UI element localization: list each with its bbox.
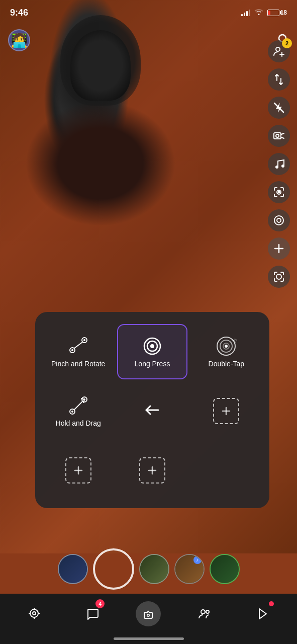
music-button[interactable] [268,153,290,175]
svg-point-52 [201,610,205,614]
svg-point-35 [71,411,73,413]
shutter-button[interactable] [93,548,134,590]
svg-point-24 [83,339,85,341]
dashed-box-3 [139,457,165,484]
svg-point-16 [277,218,281,222]
svg-point-31 [225,345,228,348]
dashed-box-1-item[interactable] [191,383,261,439]
pinch-rotate-label: Pinch and Rotate [51,359,105,368]
wifi-icon [254,8,263,17]
hold-drag-label: Hold and Drag [56,419,101,428]
battery-icon [267,10,279,16]
nav-friends[interactable] [189,601,220,626]
story-thumb-3[interactable]: ♪ [174,554,205,584]
status-time: 9:46 [10,8,28,18]
dual-camera-button[interactable] [268,125,290,147]
signal-bar-3 [246,11,248,16]
svg-line-34 [74,401,82,410]
svg-point-23 [71,349,73,351]
svg-point-8 [276,134,279,137]
top-bar: 🧑‍💻 [0,25,297,55]
avatar-emoji: 🧑‍💻 [11,32,28,49]
stories-dot [269,601,274,606]
svg-point-44 [30,609,38,617]
svg-line-10 [281,137,284,138]
long-press-item[interactable]: Long Press [117,324,187,379]
gesture-popup-menu: Pinch and Rotate Long Press D [35,312,269,508]
status-bar: 9:46 18 [0,0,297,25]
face-scan-button[interactable] [268,181,290,203]
add-friend-badge: 2 [282,38,292,48]
chat-badge: 4 [95,599,105,608]
signal-bar-1 [241,14,243,16]
nav-stories[interactable] [248,601,278,626]
svg-point-14 [278,192,280,193]
flip-camera-button[interactable] [268,68,290,91]
dashed-box-2-item[interactable] [43,443,113,498]
story-thumb-4[interactable] [210,554,240,584]
double-tap-label: Double-Tap [209,359,245,368]
dashed-box-2 [65,457,91,484]
nav-camera[interactable] [136,601,161,626]
svg-marker-54 [259,609,266,619]
svg-line-22 [74,342,82,348]
status-icons: 18 [241,8,287,17]
signal-bars [241,9,250,16]
avatar[interactable]: 🧑‍💻 [8,29,30,51]
scan-button[interactable] [268,266,290,288]
svg-rect-7 [274,133,281,139]
battery-fill [268,11,270,15]
svg-point-51 [148,615,149,616]
right-toolbar: 2 [268,40,290,288]
hold-drag-item[interactable]: Hold and Drag [43,383,113,439]
story-thumb-2[interactable] [139,554,169,584]
svg-point-2 [276,47,280,51]
arrow-back-item[interactable] [117,383,187,439]
nav-map[interactable] [19,601,49,626]
svg-point-11 [275,166,278,169]
add-friend-button[interactable]: 2 [268,40,290,62]
svg-point-12 [281,165,284,168]
bottom-stories-row: ♪ [0,548,297,590]
svg-point-27 [150,344,154,348]
signal-bar-2 [244,13,245,16]
home-indicator [114,637,184,640]
battery-level: 18 [280,9,287,16]
pinch-rotate-item[interactable]: Pinch and Rotate [43,324,113,379]
dashed-box-1 [213,398,239,424]
svg-point-45 [33,612,36,615]
svg-point-15 [274,216,283,225]
battery-container: 18 [267,9,287,16]
dashed-box-3-item[interactable] [117,443,187,498]
double-tap-item[interactable]: Double-Tap [191,324,261,379]
svg-line-9 [281,133,284,134]
svg-point-53 [206,610,209,613]
lens-button[interactable] [268,209,290,231]
signal-bar-4 [249,10,250,16]
long-press-label: Long Press [135,359,170,368]
nav-chat[interactable]: 4 [77,601,108,626]
add-effect-button[interactable] [268,237,290,260]
flash-off-button[interactable] [268,97,290,119]
gesture-grid: Pinch and Rotate Long Press D [43,324,261,498]
svg-point-19 [276,274,281,279]
story-thumb-left[interactable] [58,554,88,584]
bottom-nav: 4 [0,594,297,644]
